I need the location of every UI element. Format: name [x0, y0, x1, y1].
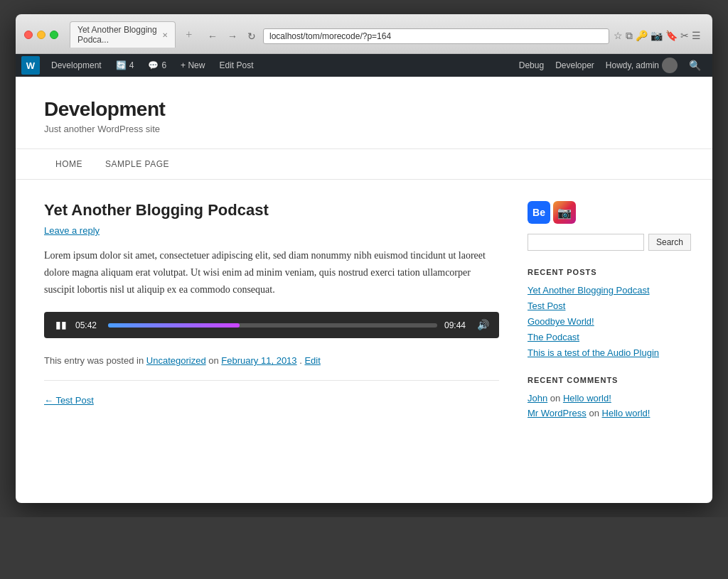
post-date-suffix: . [299, 355, 302, 366]
recent-post-link-3[interactable]: Goodbye World! [528, 316, 594, 327]
recent-comments-title: RECENT COMMENTS [528, 376, 684, 384]
admin-bar-developer[interactable]: Developer [550, 54, 600, 77]
list-item: The Podcast [528, 332, 684, 343]
post-footer-prefix: This entry was posted in [44, 355, 144, 366]
main-content: Yet Another Blogging Podcast Leave a rep… [44, 201, 499, 435]
browser-window: Yet Another Blogging Podca... ✕ + ← → ↻ … [16, 14, 712, 503]
comment-on-1: on [550, 393, 563, 404]
progress-fill [108, 323, 240, 328]
admin-bar-howdy[interactable]: Howdy, admin [600, 54, 683, 77]
prev-post-link[interactable]: ← Test Post [44, 395, 94, 406]
tab-title: Yet Another Blogging Podca... [77, 25, 158, 45]
admin-bar-comments[interactable]: 💬 6 [142, 54, 172, 77]
layers-icon[interactable]: ⧉ [626, 31, 633, 42]
sidebar-social-icons: Be 📷 [528, 201, 684, 224]
behance-icon[interactable]: Be [528, 201, 550, 224]
address-bar[interactable] [263, 28, 609, 44]
recent-post-link-4[interactable]: The Podcast [528, 332, 579, 342]
new-tab-button[interactable]: + [181, 26, 196, 43]
list-item: This is a test of the Audio Plugin [528, 347, 684, 359]
recent-posts-list: Yet Another Blogging Podcast Test Post G… [528, 285, 684, 359]
list-item: Test Post [528, 301, 684, 312]
comment-post-2[interactable]: Hello world! [602, 408, 651, 418]
site-content: Yet Another Blogging Podcast Leave a rep… [16, 180, 712, 457]
search-box: Search [528, 234, 684, 251]
recent-post-link-2[interactable]: Test Post [528, 301, 565, 311]
post-title: Yet Another Blogging Podcast [44, 201, 499, 220]
post-footer: This entry was posted in Uncategorized o… [44, 355, 499, 381]
admin-bar-site[interactable]: Development [46, 54, 107, 77]
site-wrapper: Development Just another WordPress site … [16, 77, 712, 503]
browser-titlebar: Yet Another Blogging Podca... ✕ + ← → ↻ … [16, 14, 712, 54]
admin-bar-debug[interactable]: Debug [513, 54, 550, 77]
recent-post-link-1[interactable]: Yet Another Blogging Podcast [528, 285, 650, 296]
site-nav: HOME SAMPLE PAGE [16, 149, 712, 180]
post-date-link[interactable]: February 11, 2013 [221, 355, 296, 366]
leave-reply-link[interactable]: Leave a reply [44, 225, 499, 236]
close-button[interactable] [24, 31, 33, 39]
recent-posts-title: RECENT POSTS [528, 268, 684, 276]
updates-icon: 🔄 [116, 60, 127, 70]
sidebar: Be 📷 Search RECENT POSTS Yet Another Blo… [528, 201, 684, 435]
bookmark-icon[interactable]: ☆ [614, 30, 623, 42]
browser-toolbar-icons: ☆ ⧉ 🔑 📷 🔖 ✂ ☰ [614, 30, 701, 42]
forward-button[interactable]: → [225, 29, 240, 43]
comment-author-2[interactable]: Mr WordPress [528, 408, 587, 418]
comment-post-1[interactable]: Hello world! [563, 393, 611, 404]
comment-entry-1: John on Hello world! [528, 393, 684, 404]
nav-item-home[interactable]: HOME [44, 149, 94, 179]
comment-on-2: on [589, 408, 601, 418]
progress-track[interactable] [108, 323, 437, 328]
tab-close-icon[interactable]: ✕ [162, 31, 168, 39]
post-date-prefix: on [208, 355, 221, 366]
wp-admin-bar: W Development 🔄 4 💬 6 + New Edit Post De… [16, 54, 712, 77]
instagram-icon[interactable]: 📷 [553, 201, 576, 224]
menu-icon[interactable]: ☰ [692, 30, 701, 42]
search-button[interactable]: Search [648, 234, 691, 251]
recent-comments: John on Hello world! Mr WordPress on Hel… [528, 393, 684, 418]
admin-search-button[interactable]: 🔍 [683, 60, 707, 71]
wp-logo-text: W [26, 60, 35, 71]
admin-avatar [662, 58, 678, 73]
comment-entry-2: Mr WordPress on Hello world! [528, 408, 684, 418]
total-time: 09:44 [444, 320, 470, 330]
admin-bar-updates[interactable]: 🔄 4 [110, 54, 140, 77]
back-button[interactable]: ← [205, 29, 220, 43]
screenshot-icon[interactable]: 📷 [651, 30, 663, 42]
search-input[interactable] [528, 234, 644, 251]
pocket-icon[interactable]: 🔖 [665, 30, 678, 42]
site-title: Development [44, 98, 684, 121]
nav-item-sample-page[interactable]: SAMPLE PAGE [94, 149, 181, 179]
post-body: Lorem ipsum dolor sit amet, consectetuer… [44, 247, 499, 298]
admin-bar-edit-post[interactable]: Edit Post [213, 54, 259, 77]
audio-player: ▮▮ 05:42 09:44 🔊 [44, 312, 499, 338]
list-item: Yet Another Blogging Podcast [528, 285, 684, 296]
key-icon[interactable]: 🔑 [636, 30, 648, 42]
tools-icon[interactable]: ✂ [680, 30, 689, 42]
pause-button[interactable]: ▮▮ [54, 319, 68, 331]
list-item: Goodbye World! [528, 316, 684, 328]
recent-post-link-5[interactable]: This is a test of the Audio Plugin [528, 347, 659, 358]
site-header: Development Just another WordPress site [16, 77, 712, 149]
fullscreen-button[interactable] [50, 31, 58, 39]
wp-logo[interactable]: W [21, 56, 40, 75]
minimize-button[interactable] [37, 31, 46, 39]
admin-bar-new[interactable]: + New [175, 54, 210, 77]
comment-author-1[interactable]: John [528, 393, 547, 404]
post-category-link[interactable]: Uncategorized [146, 355, 206, 366]
browser-tab[interactable]: Yet Another Blogging Podca... ✕ [70, 21, 176, 48]
post-edit-link[interactable]: Edit [304, 355, 320, 366]
current-time: 05:42 [75, 320, 101, 330]
comments-icon: 💬 [148, 60, 159, 70]
admin-bar-right: Debug Developer Howdy, admin 🔍 [513, 54, 707, 77]
reload-button[interactable]: ↻ [245, 29, 259, 43]
volume-icon[interactable]: 🔊 [477, 319, 489, 331]
traffic-lights [24, 31, 58, 39]
post-nav: ← Test Post [44, 395, 499, 406]
site-tagline: Just another WordPress site [44, 124, 684, 134]
